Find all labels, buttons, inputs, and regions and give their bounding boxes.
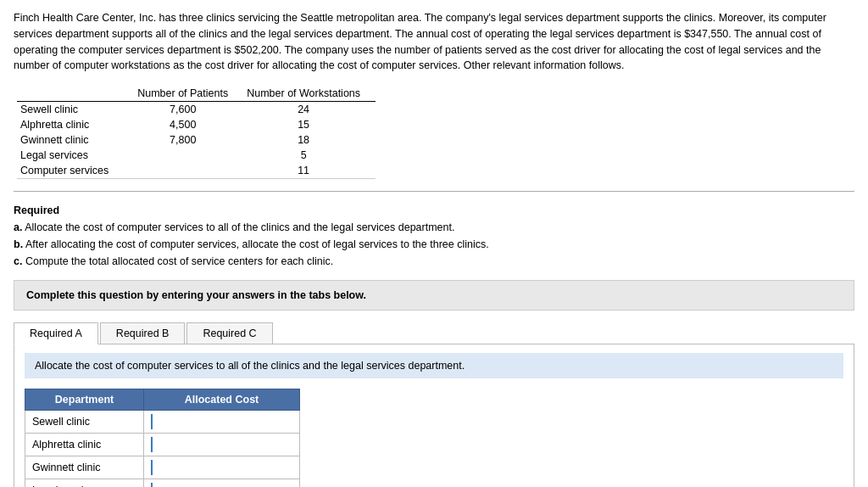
info-workstations-cell: 5 (243, 148, 376, 163)
alloc-col-cost: Allocated Cost (144, 389, 300, 411)
alloc-cost-input[interactable] (151, 437, 292, 452)
info-patients-cell: 7,600 (134, 102, 243, 118)
required-b-text: b. After allocating the cost of computer… (14, 236, 854, 253)
required-a-text: a. Allocate the cost of computer service… (14, 219, 854, 236)
required-c-text: c. Compute the total allocated cost of s… (14, 253, 854, 270)
allocation-row: Gwinnett clinic (25, 456, 300, 479)
info-patients-cell (134, 163, 243, 179)
tabs-container: Required A Required B Required C Allocat… (14, 322, 854, 487)
allocation-row: Alphretta clinic (25, 434, 300, 456)
instruction-text: Complete this question by entering your … (26, 289, 366, 301)
alloc-cost-input[interactable] (151, 414, 292, 429)
intro-text: Finch Health Care Center, Inc. has three… (14, 10, 854, 74)
col-header-patients: Number of Patients (134, 86, 243, 102)
alloc-cost-input[interactable] (151, 483, 292, 487)
tab-required-c[interactable]: Required C (186, 322, 272, 344)
info-table-row: Alphretta clinic4,50015 (17, 117, 376, 132)
info-table-row: Computer services11 (17, 163, 376, 179)
allocation-table: Department Allocated Cost Sewell clinicA… (25, 389, 300, 487)
tab-content: Allocate the cost of computer services t… (14, 344, 854, 487)
info-dept-cell: Gwinnett clinic (17, 132, 134, 148)
info-dept-cell: Legal services (17, 148, 134, 163)
allocation-row: Sewell clinic (25, 411, 300, 434)
instruction-box: Complete this question by entering your … (14, 280, 854, 311)
info-workstations-cell: 24 (243, 102, 376, 118)
divider (14, 191, 854, 192)
alloc-dept-cell: Legal services (25, 479, 144, 488)
info-workstations-cell: 15 (243, 117, 376, 132)
tab-required-a[interactable]: Required A (14, 322, 98, 344)
tab-description: Allocate the cost of computer services t… (25, 353, 843, 378)
info-patients-cell: 4,500 (134, 117, 243, 132)
allocation-row: Legal services (25, 479, 300, 488)
required-title: Required (14, 202, 854, 219)
alloc-cost-cell (144, 411, 300, 434)
alloc-col-dept: Department (25, 389, 144, 411)
info-dept-cell: Sewell clinic (17, 102, 134, 118)
alloc-cost-cell (144, 434, 300, 456)
col-header-workstations: Number of Workstations (243, 86, 376, 102)
info-patients-cell: 7,800 (134, 132, 243, 148)
info-workstations-cell: 11 (243, 163, 376, 179)
info-table: Number of Patients Number of Workstation… (17, 86, 376, 179)
info-table-row: Legal services5 (17, 148, 376, 163)
info-table-row: Gwinnett clinic7,80018 (17, 132, 376, 148)
alloc-cost-cell (144, 456, 300, 479)
required-section: Required a. Allocate the cost of compute… (14, 202, 854, 270)
tab-required-b[interactable]: Required B (100, 322, 186, 344)
col-header-dept (17, 86, 134, 102)
tabs-row: Required A Required B Required C (14, 322, 854, 344)
alloc-cost-cell (144, 479, 300, 488)
info-patients-cell (134, 148, 243, 163)
info-table-row: Sewell clinic7,60024 (17, 102, 376, 118)
info-dept-cell: Alphretta clinic (17, 117, 134, 132)
alloc-dept-cell: Sewell clinic (25, 411, 144, 434)
info-dept-cell: Computer services (17, 163, 134, 179)
alloc-dept-cell: Gwinnett clinic (25, 456, 144, 479)
info-workstations-cell: 18 (243, 132, 376, 148)
alloc-dept-cell: Alphretta clinic (25, 434, 144, 456)
alloc-cost-input[interactable] (151, 460, 292, 475)
